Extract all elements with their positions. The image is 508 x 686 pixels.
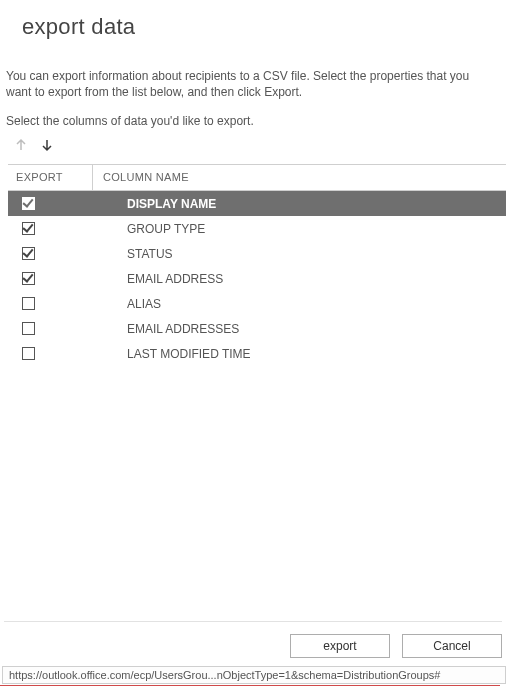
page-title: export data <box>22 14 504 40</box>
row-checkbox-cell <box>8 222 93 235</box>
row-checkbox-cell <box>8 322 93 335</box>
subhead-text: Select the columns of data you'd like to… <box>6 114 504 128</box>
row-label: EMAIL ADDRESSES <box>93 322 506 336</box>
table-row[interactable]: ALIAS <box>8 291 506 316</box>
header-export[interactable]: EXPORT <box>8 165 93 190</box>
header-column-name[interactable]: COLUMN NAME <box>93 165 506 190</box>
cancel-button[interactable]: Cancel <box>402 634 502 658</box>
row-checkbox-cell <box>8 197 93 210</box>
button-bar: export Cancel <box>4 621 502 658</box>
row-label: DISPLAY NAME <box>93 197 506 211</box>
table-row[interactable]: LAST MODIFIED TIME <box>8 341 506 366</box>
instructions-text: You can export information about recipie… <box>6 68 496 100</box>
table-row[interactable]: DISPLAY NAME <box>8 191 506 216</box>
row-label: STATUS <box>93 247 506 261</box>
row-label: GROUP TYPE <box>93 222 506 236</box>
table-row[interactable]: STATUS <box>8 241 506 266</box>
row-checkbox[interactable] <box>22 322 35 335</box>
row-checkbox[interactable] <box>22 222 35 235</box>
row-label: EMAIL ADDRESS <box>93 272 506 286</box>
move-down-icon[interactable] <box>38 136 56 154</box>
move-up-icon[interactable] <box>12 136 30 154</box>
export-button[interactable]: export <box>290 634 390 658</box>
row-checkbox-cell <box>8 272 93 285</box>
row-checkbox[interactable] <box>22 272 35 285</box>
columns-table: EXPORT COLUMN NAME DISPLAY NAMEGROUP TYP… <box>8 164 506 366</box>
row-label: LAST MODIFIED TIME <box>93 347 506 361</box>
reorder-controls <box>12 136 504 154</box>
row-checkbox-cell <box>8 347 93 360</box>
table-row[interactable]: EMAIL ADDRESSES <box>8 316 506 341</box>
status-bar-url: https://outlook.office.com/ecp/UsersGrou… <box>2 666 506 684</box>
row-label: ALIAS <box>93 297 506 311</box>
row-checkbox[interactable] <box>22 247 35 260</box>
row-checkbox[interactable] <box>22 347 35 360</box>
row-checkbox-cell <box>8 247 93 260</box>
row-checkbox-cell <box>8 297 93 310</box>
table-header: EXPORT COLUMN NAME <box>8 165 506 191</box>
row-checkbox[interactable] <box>22 297 35 310</box>
table-row[interactable]: EMAIL ADDRESS <box>8 266 506 291</box>
row-checkbox[interactable] <box>22 197 35 210</box>
table-row[interactable]: GROUP TYPE <box>8 216 506 241</box>
